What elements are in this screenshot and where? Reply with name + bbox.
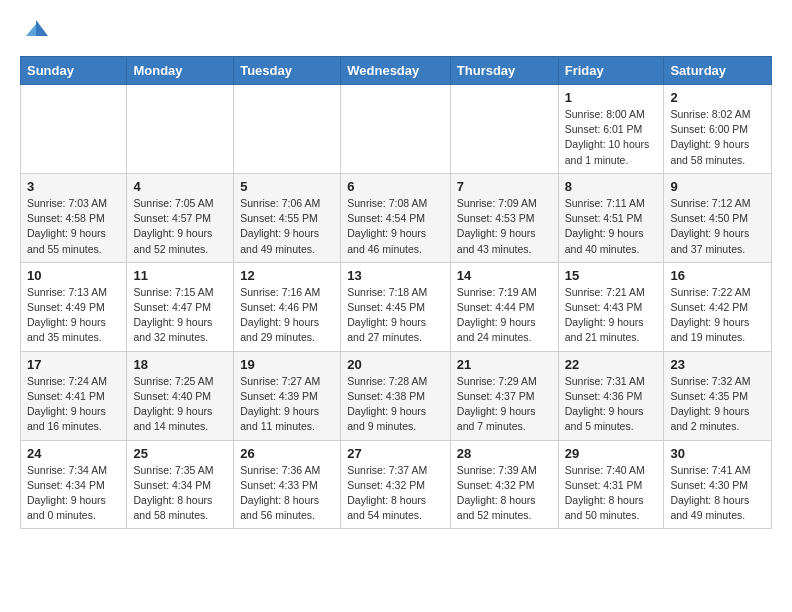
day-number: 28 (457, 446, 552, 461)
day-number: 12 (240, 268, 334, 283)
day-number: 27 (347, 446, 444, 461)
logo (20, 16, 50, 44)
day-info: Sunrise: 7:27 AM Sunset: 4:39 PM Dayligh… (240, 374, 334, 435)
calendar-cell: 24Sunrise: 7:34 AM Sunset: 4:34 PM Dayli… (21, 440, 127, 529)
calendar-week-3: 10Sunrise: 7:13 AM Sunset: 4:49 PM Dayli… (21, 262, 772, 351)
day-number: 6 (347, 179, 444, 194)
day-number: 20 (347, 357, 444, 372)
calendar-cell: 29Sunrise: 7:40 AM Sunset: 4:31 PM Dayli… (558, 440, 664, 529)
calendar-cell: 15Sunrise: 7:21 AM Sunset: 4:43 PM Dayli… (558, 262, 664, 351)
day-info: Sunrise: 7:41 AM Sunset: 4:30 PM Dayligh… (670, 463, 765, 524)
day-info: Sunrise: 8:00 AM Sunset: 6:01 PM Dayligh… (565, 107, 658, 168)
calendar-cell: 20Sunrise: 7:28 AM Sunset: 4:38 PM Dayli… (341, 351, 451, 440)
day-number: 16 (670, 268, 765, 283)
day-info: Sunrise: 7:39 AM Sunset: 4:32 PM Dayligh… (457, 463, 552, 524)
calendar-header-wednesday: Wednesday (341, 57, 451, 85)
calendar-cell: 21Sunrise: 7:29 AM Sunset: 4:37 PM Dayli… (450, 351, 558, 440)
day-info: Sunrise: 7:13 AM Sunset: 4:49 PM Dayligh… (27, 285, 120, 346)
calendar-week-4: 17Sunrise: 7:24 AM Sunset: 4:41 PM Dayli… (21, 351, 772, 440)
day-number: 18 (133, 357, 227, 372)
calendar-week-5: 24Sunrise: 7:34 AM Sunset: 4:34 PM Dayli… (21, 440, 772, 529)
calendar-cell: 26Sunrise: 7:36 AM Sunset: 4:33 PM Dayli… (234, 440, 341, 529)
calendar-cell (450, 85, 558, 174)
day-number: 2 (670, 90, 765, 105)
calendar-cell: 7Sunrise: 7:09 AM Sunset: 4:53 PM Daylig… (450, 173, 558, 262)
calendar-cell (341, 85, 451, 174)
day-info: Sunrise: 7:22 AM Sunset: 4:42 PM Dayligh… (670, 285, 765, 346)
logo-icon (22, 16, 50, 44)
day-info: Sunrise: 7:37 AM Sunset: 4:32 PM Dayligh… (347, 463, 444, 524)
day-info: Sunrise: 7:16 AM Sunset: 4:46 PM Dayligh… (240, 285, 334, 346)
day-info: Sunrise: 7:06 AM Sunset: 4:55 PM Dayligh… (240, 196, 334, 257)
day-number: 1 (565, 90, 658, 105)
calendar-week-1: 1Sunrise: 8:00 AM Sunset: 6:01 PM Daylig… (21, 85, 772, 174)
calendar-cell (234, 85, 341, 174)
day-number: 9 (670, 179, 765, 194)
day-number: 5 (240, 179, 334, 194)
calendar-cell: 30Sunrise: 7:41 AM Sunset: 4:30 PM Dayli… (664, 440, 772, 529)
calendar-cell: 27Sunrise: 7:37 AM Sunset: 4:32 PM Dayli… (341, 440, 451, 529)
day-info: Sunrise: 7:21 AM Sunset: 4:43 PM Dayligh… (565, 285, 658, 346)
calendar-cell: 16Sunrise: 7:22 AM Sunset: 4:42 PM Dayli… (664, 262, 772, 351)
day-number: 22 (565, 357, 658, 372)
calendar-cell: 3Sunrise: 7:03 AM Sunset: 4:58 PM Daylig… (21, 173, 127, 262)
calendar-week-2: 3Sunrise: 7:03 AM Sunset: 4:58 PM Daylig… (21, 173, 772, 262)
day-number: 26 (240, 446, 334, 461)
calendar-cell: 12Sunrise: 7:16 AM Sunset: 4:46 PM Dayli… (234, 262, 341, 351)
calendar-table: SundayMondayTuesdayWednesdayThursdayFrid… (20, 56, 772, 529)
calendar-cell: 8Sunrise: 7:11 AM Sunset: 4:51 PM Daylig… (558, 173, 664, 262)
day-info: Sunrise: 7:09 AM Sunset: 4:53 PM Dayligh… (457, 196, 552, 257)
day-info: Sunrise: 7:11 AM Sunset: 4:51 PM Dayligh… (565, 196, 658, 257)
calendar-cell: 22Sunrise: 7:31 AM Sunset: 4:36 PM Dayli… (558, 351, 664, 440)
calendar-cell: 19Sunrise: 7:27 AM Sunset: 4:39 PM Dayli… (234, 351, 341, 440)
day-info: Sunrise: 7:29 AM Sunset: 4:37 PM Dayligh… (457, 374, 552, 435)
calendar-cell (21, 85, 127, 174)
calendar-header-sunday: Sunday (21, 57, 127, 85)
calendar-cell: 23Sunrise: 7:32 AM Sunset: 4:35 PM Dayli… (664, 351, 772, 440)
calendar-cell: 9Sunrise: 7:12 AM Sunset: 4:50 PM Daylig… (664, 173, 772, 262)
day-number: 13 (347, 268, 444, 283)
day-info: Sunrise: 7:15 AM Sunset: 4:47 PM Dayligh… (133, 285, 227, 346)
calendar-cell: 18Sunrise: 7:25 AM Sunset: 4:40 PM Dayli… (127, 351, 234, 440)
day-number: 4 (133, 179, 227, 194)
day-number: 25 (133, 446, 227, 461)
day-number: 17 (27, 357, 120, 372)
page: SundayMondayTuesdayWednesdayThursdayFrid… (0, 0, 792, 545)
calendar-cell: 2Sunrise: 8:02 AM Sunset: 6:00 PM Daylig… (664, 85, 772, 174)
calendar-header-row: SundayMondayTuesdayWednesdayThursdayFrid… (21, 57, 772, 85)
calendar-header-tuesday: Tuesday (234, 57, 341, 85)
day-number: 3 (27, 179, 120, 194)
day-info: Sunrise: 7:32 AM Sunset: 4:35 PM Dayligh… (670, 374, 765, 435)
calendar-header-monday: Monday (127, 57, 234, 85)
day-info: Sunrise: 7:12 AM Sunset: 4:50 PM Dayligh… (670, 196, 765, 257)
calendar-header-saturday: Saturday (664, 57, 772, 85)
day-number: 15 (565, 268, 658, 283)
day-number: 14 (457, 268, 552, 283)
day-info: Sunrise: 8:02 AM Sunset: 6:00 PM Dayligh… (670, 107, 765, 168)
day-number: 29 (565, 446, 658, 461)
day-info: Sunrise: 7:18 AM Sunset: 4:45 PM Dayligh… (347, 285, 444, 346)
calendar-cell: 1Sunrise: 8:00 AM Sunset: 6:01 PM Daylig… (558, 85, 664, 174)
day-number: 21 (457, 357, 552, 372)
calendar-cell: 5Sunrise: 7:06 AM Sunset: 4:55 PM Daylig… (234, 173, 341, 262)
day-info: Sunrise: 7:28 AM Sunset: 4:38 PM Dayligh… (347, 374, 444, 435)
svg-marker-1 (26, 24, 36, 36)
calendar-cell: 11Sunrise: 7:15 AM Sunset: 4:47 PM Dayli… (127, 262, 234, 351)
day-number: 8 (565, 179, 658, 194)
day-number: 11 (133, 268, 227, 283)
day-number: 10 (27, 268, 120, 283)
day-info: Sunrise: 7:35 AM Sunset: 4:34 PM Dayligh… (133, 463, 227, 524)
calendar-cell: 6Sunrise: 7:08 AM Sunset: 4:54 PM Daylig… (341, 173, 451, 262)
day-info: Sunrise: 7:31 AM Sunset: 4:36 PM Dayligh… (565, 374, 658, 435)
calendar-cell: 28Sunrise: 7:39 AM Sunset: 4:32 PM Dayli… (450, 440, 558, 529)
calendar-cell: 10Sunrise: 7:13 AM Sunset: 4:49 PM Dayli… (21, 262, 127, 351)
day-number: 30 (670, 446, 765, 461)
day-number: 7 (457, 179, 552, 194)
calendar-cell: 13Sunrise: 7:18 AM Sunset: 4:45 PM Dayli… (341, 262, 451, 351)
day-info: Sunrise: 7:05 AM Sunset: 4:57 PM Dayligh… (133, 196, 227, 257)
svg-marker-0 (36, 20, 48, 36)
calendar-cell (127, 85, 234, 174)
day-info: Sunrise: 7:24 AM Sunset: 4:41 PM Dayligh… (27, 374, 120, 435)
day-info: Sunrise: 7:34 AM Sunset: 4:34 PM Dayligh… (27, 463, 120, 524)
calendar-header-friday: Friday (558, 57, 664, 85)
